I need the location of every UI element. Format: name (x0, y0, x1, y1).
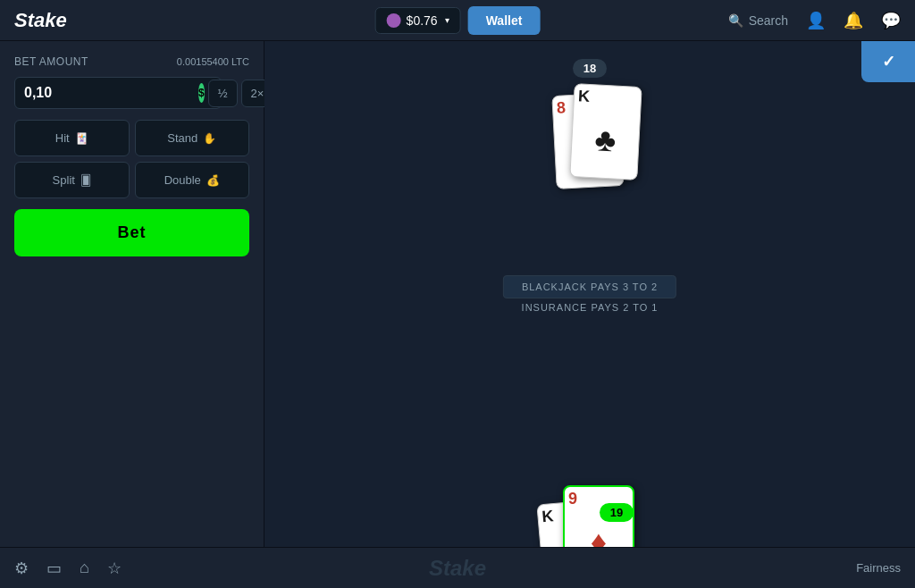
search-icon: 🔍 (728, 13, 743, 28)
bet-input-row: $ ½ 2× Max (14, 77, 249, 109)
half-button[interactable]: ½ (208, 80, 238, 107)
search-label: Search (749, 13, 788, 28)
sidebar: Bet Amount 0.00155400 LTC $ ½ 2× Max Hit… (0, 41, 264, 547)
double-icon: 💰 (206, 174, 220, 187)
header-center: $0.76 ▾ Wallet (375, 6, 541, 35)
stand-button[interactable]: Stand ✋ (135, 120, 250, 156)
fairness-button[interactable]: Fairness (856, 561, 901, 575)
user-icon[interactable]: 👤 (806, 11, 826, 30)
dealer-card-2: K ♣ (569, 83, 642, 181)
stand-label: Stand (167, 131, 197, 145)
double-action-label: Double (164, 173, 201, 187)
player-area: K ♠ 9 ♦ 19 (541, 485, 639, 529)
hit-label: Hit (55, 131, 70, 145)
dollar-icon: $ (198, 87, 205, 99)
balance-value: $0.76 (407, 13, 438, 28)
balance-button[interactable]: $0.76 ▾ (375, 7, 461, 34)
star-icon[interactable]: ☆ (107, 559, 122, 578)
bet-ltc-value: 0.00155400 LTC (177, 56, 249, 67)
footer: ⚙ ▭ ⌂ ☆ Stake Fairness (0, 547, 915, 588)
wallet-button[interactable]: Wallet (468, 6, 541, 35)
dealer-card2-suit: ♣ (575, 104, 637, 175)
footer-logo: Stake (429, 556, 486, 581)
dealer-card-stack: 8 ♥ K ♣ (554, 85, 625, 183)
chart-icon[interactable]: ⌂ (80, 559, 89, 577)
coin-icon (387, 13, 401, 28)
bet-amount-header: Bet Amount 0.00155400 LTC (14, 55, 249, 68)
game-area: ✓ 18 8 ♥ K ♣ (264, 41, 915, 547)
bet-amount-label: Bet Amount (14, 55, 88, 68)
bet-input[interactable] (14, 77, 222, 109)
bet-button[interactable]: Bet (14, 209, 249, 256)
coin-toggle-button[interactable]: $ (198, 83, 205, 103)
settings-icon[interactable]: ⚙ (14, 559, 29, 578)
screen-icon[interactable]: ▭ (46, 559, 62, 578)
header: Stake $0.76 ▾ Wallet 🔍 Search 👤 🔔 💬 (0, 0, 915, 41)
player-score-badge: 19 (600, 503, 634, 522)
dealer-area: 18 8 ♥ K ♣ (554, 59, 625, 183)
chat-icon[interactable]: 💬 (881, 11, 901, 30)
insurance-pays-text: INSURANCE PAYS 2 TO 1 (503, 302, 676, 313)
info-area: BLACKJACK PAYS 3 TO 2 INSURANCE PAYS 2 T… (503, 275, 676, 313)
split-label: Split (53, 173, 75, 187)
cards-container: 18 8 ♥ K ♣ BLACKJACK PAYS 3 TO 2 (264, 41, 915, 547)
hit-button[interactable]: Hit 🃏 (14, 120, 130, 156)
double-action-button[interactable]: Double 💰 (135, 162, 250, 198)
dealer-score-badge: 18 (573, 59, 607, 78)
main-content: Bet Amount 0.00155400 LTC $ ½ 2× Max Hit… (0, 41, 915, 547)
search-button[interactable]: 🔍 Search (728, 13, 788, 28)
stand-icon: ✋ (203, 132, 216, 145)
action-buttons-grid: Hit 🃏 Stand ✋ Split 🂠 Double 💰 (14, 120, 249, 198)
site-logo: Stake (14, 9, 67, 32)
footer-icons: ⚙ ▭ ⌂ ☆ (14, 559, 122, 578)
bell-icon[interactable]: 🔔 (844, 11, 863, 30)
hit-icon: 🃏 (75, 132, 88, 145)
header-right: 🔍 Search 👤 🔔 💬 (728, 11, 901, 30)
split-icon: 🂠 (80, 174, 91, 187)
blackjack-pays-text: BLACKJACK PAYS 3 TO 2 (503, 275, 676, 298)
chevron-down-icon: ▾ (445, 15, 449, 25)
split-button[interactable]: Split 🂠 (14, 162, 130, 198)
